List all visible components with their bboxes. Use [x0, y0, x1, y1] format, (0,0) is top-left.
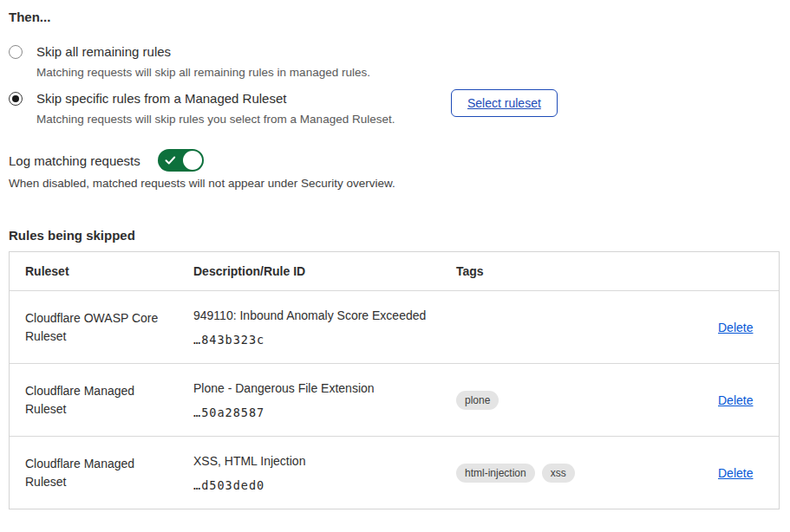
radio-icon[interactable]: [9, 45, 23, 59]
log-matching-requests-toggle[interactable]: [158, 149, 204, 172]
rule-id: …50a28587: [193, 405, 375, 419]
rule-id: …843b323c: [193, 333, 426, 347]
tag-list: html-injectionxss: [456, 464, 575, 483]
column-header-ruleset: Ruleset: [10, 252, 178, 290]
rule-description: Plone - Dangerous File Extension: [193, 381, 375, 396]
delete-link[interactable]: Delete: [718, 466, 753, 480]
action-cell: Delete: [702, 364, 779, 436]
table-row: Cloudflare Managed Ruleset XSS, HTML Inj…: [10, 436, 779, 509]
description-cell: Plone - Dangerous File Extension …50a285…: [178, 364, 441, 436]
table-header-row: Ruleset Description/Rule ID Tags: [10, 252, 779, 290]
ruleset-cell: Cloudflare OWASP Core Ruleset: [10, 291, 178, 363]
column-header-tags: Tags: [441, 252, 702, 290]
radio-label: Skip specific rules from a Managed Rules…: [36, 91, 395, 107]
delete-link[interactable]: Delete: [718, 393, 753, 407]
radio-texts: Skip specific rules from a Managed Rules…: [36, 91, 395, 127]
action-cell: Delete: [702, 437, 779, 509]
select-ruleset-button[interactable]: Select ruleset: [451, 89, 558, 117]
radio-option-skip-specific[interactable]: Skip specific rules from a Managed Rules…: [9, 91, 395, 127]
table-body: Cloudflare OWASP Core Ruleset 949110: In…: [10, 290, 779, 509]
radio-description: Matching requests will skip rules you se…: [36, 113, 395, 127]
ruleset-cell: Cloudflare Managed Ruleset: [10, 364, 178, 436]
then-section-title: Then...: [9, 10, 50, 24]
rules-being-skipped-title: Rules being skipped: [9, 228, 135, 243]
tags-cell: [441, 291, 702, 363]
radio-option-skip-all[interactable]: Skip all remaining rules Matching reques…: [9, 44, 370, 80]
column-header-action: [702, 252, 779, 290]
waf-skip-rule-page: { "colors": { "accent_blue": "#1d4bb8", …: [0, 0, 790, 532]
tag-pill: xss: [542, 464, 575, 483]
column-header-description: Description/Rule ID: [178, 252, 441, 290]
radio-icon[interactable]: [9, 92, 23, 106]
toggle-knob: [183, 151, 202, 170]
rule-id: …d503ded0: [193, 478, 305, 492]
skipped-rules-table: Ruleset Description/Rule ID Tags Cloudfl…: [9, 251, 780, 509]
log-matching-requests-label: Log matching requests: [9, 153, 140, 168]
tag-list: plone: [456, 391, 499, 410]
ruleset-name: Cloudflare Managed Ruleset: [25, 455, 169, 491]
ruleset-cell: Cloudflare Managed Ruleset: [10, 437, 178, 509]
tag-pill: plone: [456, 391, 499, 410]
log-toggle-description: When disabled, matched requests will not…: [9, 177, 395, 190]
check-icon: [165, 155, 176, 165]
delete-link[interactable]: Delete: [718, 321, 753, 334]
tags-cell: plone: [441, 364, 702, 436]
action-cell: Delete: [702, 291, 779, 363]
ruleset-name: Cloudflare Managed Ruleset: [25, 382, 169, 418]
table-row: Cloudflare OWASP Core Ruleset 949110: In…: [10, 290, 779, 363]
radio-texts: Skip all remaining rules Matching reques…: [36, 44, 370, 80]
rule-description: XSS, HTML Injection: [193, 454, 305, 469]
description-cell: 949110: Inbound Anomaly Score Exceeded ……: [178, 291, 441, 363]
tags-cell: html-injectionxss: [441, 437, 702, 509]
tag-pill: html-injection: [456, 464, 535, 483]
table-row: Cloudflare Managed Ruleset Plone - Dange…: [10, 363, 779, 436]
radio-label: Skip all remaining rules: [36, 44, 370, 60]
ruleset-name: Cloudflare OWASP Core Ruleset: [25, 309, 169, 346]
rule-description: 949110: Inbound Anomaly Score Exceeded: [193, 308, 426, 323]
radio-description: Matching requests will skip all remainin…: [36, 66, 370, 80]
description-cell: XSS, HTML Injection …d503ded0: [178, 437, 441, 509]
